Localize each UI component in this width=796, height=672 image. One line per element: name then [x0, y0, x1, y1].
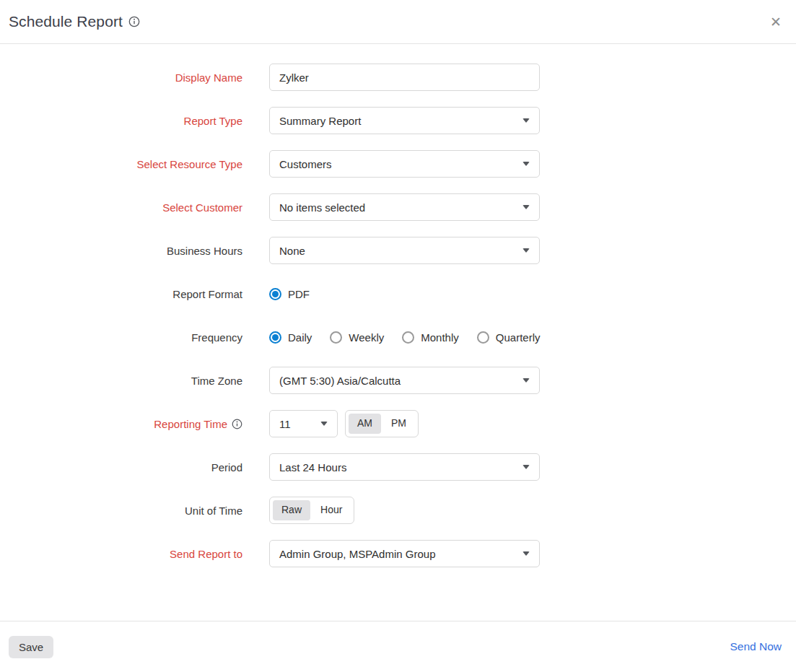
select-customer-value: No items selected [279, 201, 365, 214]
period-select[interactable]: Last 24 Hours [269, 453, 540, 481]
report-format-option-pdf[interactable]: PDF [269, 288, 310, 300]
frequency-option-weekly[interactable]: Weekly [330, 331, 384, 344]
info-icon[interactable] [232, 419, 242, 429]
send-report-to-label: Send Report to [0, 548, 242, 560]
info-icon[interactable] [128, 16, 140, 27]
dialog-footer: Save Send Now [0, 621, 796, 672]
time-zone-select[interactable]: (GMT 5:30) Asia/Calcutta [269, 367, 540, 394]
chevron-down-icon [522, 551, 530, 556]
time-zone-label: Time Zone [0, 375, 242, 387]
send-report-to-value: Admin Group, MSPAdmin Group [279, 548, 435, 560]
unit-of-time-label: Unit of Time [0, 505, 242, 517]
select-customer-label: Select Customer [0, 201, 242, 214]
page-title: Schedule Report [9, 13, 123, 30]
send-now-link[interactable]: Send Now [730, 640, 782, 653]
schedule-report-dialog: Schedule Report ✕ Display Name Report Ty… [0, 0, 796, 672]
chevron-down-icon [522, 378, 530, 383]
form-row-reporting-time: Reporting Time 11 AM PM [0, 410, 796, 437]
meridiem-option-pm[interactable]: PM [382, 414, 415, 434]
form-row-business-hours: Business Hours None [0, 237, 796, 264]
form-row-frequency: Frequency Daily Weekly Monthly Quarterly [0, 323, 796, 351]
dialog-header: Schedule Report ✕ [0, 0, 796, 44]
frequency-label: Frequency [0, 331, 242, 344]
radio-selected-icon [269, 288, 281, 300]
report-type-label: Report Type [0, 115, 242, 127]
form-row-report-format: Report Format PDF [0, 280, 796, 307]
radio-option-label: Daily [288, 331, 312, 344]
radio-selected-icon [269, 331, 281, 344]
chevron-down-icon [522, 465, 530, 469]
chevron-down-icon [522, 118, 530, 123]
form-row-select-customer: Select Customer No items selected [0, 193, 796, 221]
form-row-report-type: Report Type Summary Report [0, 107, 796, 134]
business-hours-select[interactable]: None [269, 237, 540, 264]
close-icon[interactable]: ✕ [767, 12, 784, 32]
display-name-input[interactable] [269, 64, 540, 91]
radio-option-label: Monthly [421, 331, 459, 344]
report-type-select[interactable]: Summary Report [269, 107, 540, 134]
form-row-time-zone: Time Zone (GMT 5:30) Asia/Calcutta [0, 367, 796, 394]
unit-option-hour[interactable]: Hour [312, 500, 351, 520]
unit-option-raw[interactable]: Raw [273, 500, 310, 520]
save-button[interactable]: Save [9, 636, 53, 658]
radio-option-label: Quarterly [496, 331, 541, 344]
form-row-send-report-to: Send Report to Admin Group, MSPAdmin Gro… [0, 540, 796, 567]
radio-option-label: PDF [288, 288, 310, 300]
form-row-unit-of-time: Unit of Time Raw Hour [0, 497, 796, 524]
radio-unselected-icon [477, 331, 489, 344]
frequency-option-daily[interactable]: Daily [269, 331, 312, 344]
radio-unselected-icon [330, 331, 342, 344]
meridiem-toggle: AM PM [345, 410, 419, 437]
frequency-option-monthly[interactable]: Monthly [402, 331, 459, 344]
resource-type-select[interactable]: Customers [269, 150, 540, 178]
radio-unselected-icon [402, 331, 414, 344]
display-name-label: Display Name [0, 71, 242, 84]
meridiem-option-am[interactable]: AM [349, 414, 381, 434]
chevron-down-icon [522, 248, 530, 253]
chevron-down-icon [522, 205, 530, 209]
radio-option-label: Weekly [349, 331, 384, 344]
chevron-down-icon [522, 162, 530, 166]
form-row-resource-type: Select Resource Type Customers [0, 150, 796, 178]
reporting-time-label-text: Reporting Time [154, 418, 227, 430]
time-zone-value: (GMT 5:30) Asia/Calcutta [279, 375, 401, 387]
period-label: Period [0, 461, 242, 474]
reporting-time-label: Reporting Time [0, 418, 242, 430]
select-customer-select[interactable]: No items selected [269, 193, 540, 221]
report-format-label: Report Format [0, 288, 242, 300]
reporting-hour-value: 11 [279, 418, 291, 430]
send-report-to-select[interactable]: Admin Group, MSPAdmin Group [269, 540, 540, 567]
resource-type-value: Customers [279, 158, 332, 170]
form-row-display-name: Display Name [0, 64, 796, 91]
business-hours-label: Business Hours [0, 245, 242, 257]
business-hours-value: None [279, 245, 305, 257]
frequency-option-quarterly[interactable]: Quarterly [477, 331, 541, 344]
report-type-value: Summary Report [279, 115, 361, 127]
unit-of-time-toggle: Raw Hour [269, 497, 354, 524]
chevron-down-icon [320, 422, 328, 426]
schedule-report-form: Display Name Report Type Summary Report … [0, 44, 796, 567]
period-value: Last 24 Hours [279, 461, 346, 474]
form-row-period: Period Last 24 Hours [0, 453, 796, 481]
reporting-hour-select[interactable]: 11 [269, 410, 338, 437]
resource-type-label: Select Resource Type [0, 158, 242, 170]
